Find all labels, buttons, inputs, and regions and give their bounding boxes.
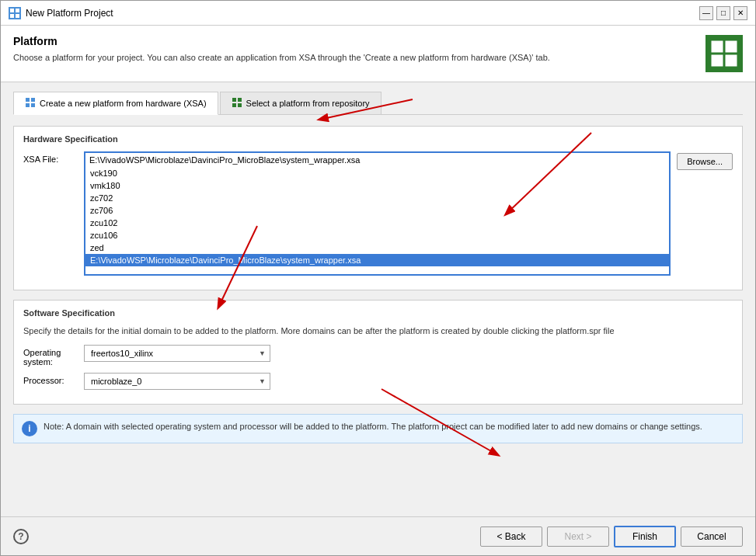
svg-rect-2 (10, 14, 14, 18)
maximize-button[interactable]: □ (716, 6, 730, 20)
tab-repo-label: Select a platform from repository (246, 99, 370, 108)
software-section: Software Specification Specify the detai… (13, 300, 743, 405)
help-icon: ? (18, 531, 23, 542)
proc-dropdown[interactable]: microblaze_0 (84, 373, 270, 390)
xsa-input-row (85, 153, 669, 167)
os-dropdown[interactable]: freertos10_xilinx standalone linux (84, 345, 270, 362)
list-item[interactable]: zed (85, 242, 669, 254)
cancel-button[interactable]: Cancel (681, 526, 743, 547)
svg-rect-10 (26, 103, 30, 107)
hardware-section: Hardware Specification XSA File: vck190 … (13, 126, 743, 290)
sw-description: Specify the details for the initial doma… (23, 325, 733, 337)
repo-tab-icon (232, 97, 242, 109)
svg-rect-14 (232, 103, 236, 107)
svg-rect-5 (726, 41, 737, 52)
title-bar-controls: — □ ✕ (699, 6, 747, 20)
svg-rect-1 (16, 9, 19, 12)
xsa-file-container: vck190 vmk180 zc702 zc706 zcu102 zcu106 … (84, 151, 733, 276)
proc-dropdown-wrapper: microblaze_0 ▼ (84, 373, 270, 390)
header-description: Choose a platform for your project. You … (13, 52, 696, 64)
list-item[interactable]: zcu102 (85, 217, 669, 229)
list-item[interactable]: zcu106 (85, 229, 669, 242)
list-item[interactable]: zc702 (85, 192, 669, 204)
xsa-file-listbox[interactable]: vck190 vmk180 zc702 zc706 zcu102 zcu106 … (84, 151, 671, 276)
header-title: Platform (13, 35, 696, 47)
tab-hw-label: Create a new platform from hardware (XSA… (40, 99, 207, 108)
svg-rect-13 (238, 98, 242, 102)
svg-rect-15 (238, 103, 242, 107)
os-label: Operating system: (23, 345, 78, 367)
finish-button[interactable]: Finish (614, 526, 676, 547)
minimize-button[interactable]: — (699, 6, 713, 20)
list-item[interactable]: vck190 (85, 167, 669, 179)
footer: ? < Back Next > Finish Cancel (1, 516, 755, 555)
info-note-box: i Note: A domain with selected operating… (13, 414, 743, 443)
platform-icon (705, 35, 743, 72)
main-content: Create a new platform from hardware (XSA… (1, 82, 755, 516)
os-row: Operating system: freertos10_xilinx stan… (23, 345, 733, 367)
xsa-file-input[interactable] (89, 155, 665, 165)
help-button[interactable]: ? (13, 529, 29, 544)
tab-repo-platform[interactable]: Select a platform from repository (220, 92, 381, 114)
browse-button[interactable]: Browse... (677, 153, 733, 170)
xsa-label: XSA File: (23, 151, 78, 164)
header-section: Platform Choose a platform for your proj… (1, 26, 755, 82)
list-item[interactable]: zc706 (85, 204, 669, 217)
proc-row: Processor: microblaze_0 ▼ (23, 373, 733, 390)
svg-rect-6 (712, 55, 723, 66)
svg-rect-3 (16, 14, 19, 18)
svg-rect-12 (232, 98, 236, 102)
os-dropdown-wrapper: freertos10_xilinx standalone linux ▼ (84, 345, 270, 362)
hw-tab-icon (25, 97, 36, 109)
sw-section-title: Software Specification (23, 308, 733, 318)
next-button[interactable]: Next > (547, 526, 609, 547)
tab-hw-platform[interactable]: Create a new platform from hardware (XSA… (13, 92, 218, 115)
window-icon (9, 7, 21, 19)
title-bar: New Platform Project — □ ✕ (1, 1, 755, 26)
xsa-file-row: XSA File: vck190 vmk180 zc702 zc706 zcu1… (23, 151, 733, 276)
svg-rect-4 (712, 41, 723, 52)
svg-rect-7 (726, 55, 737, 66)
tabs-bar: Create a new platform from hardware (XSA… (13, 92, 743, 115)
info-note-text: Note: A domain with selected operating s… (44, 421, 702, 433)
svg-rect-11 (31, 103, 35, 107)
window-title: New Platform Project (26, 8, 113, 19)
header-text: Platform Choose a platform for your proj… (13, 35, 696, 64)
svg-rect-9 (31, 98, 35, 102)
back-button[interactable]: < Back (480, 526, 542, 547)
proc-label: Processor: (23, 373, 78, 385)
close-button[interactable]: ✕ (733, 6, 747, 20)
list-item-selected[interactable]: E:\VivadoWSP\Microblaze\DavinciPro_Micro… (85, 254, 669, 266)
main-window: New Platform Project — □ ✕ Platform Choo… (0, 0, 756, 556)
list-item[interactable]: vmk180 (85, 179, 669, 192)
svg-rect-8 (26, 98, 30, 102)
hw-section-title: Hardware Specification (23, 134, 733, 144)
info-icon: i (22, 421, 37, 436)
svg-rect-0 (10, 9, 14, 12)
